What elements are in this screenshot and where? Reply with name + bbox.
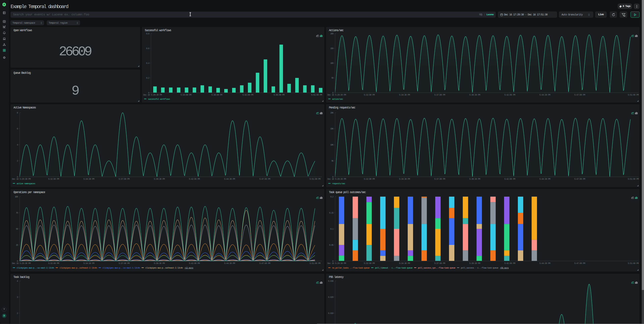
svg-text:0.6: 0.6 [146, 47, 150, 50]
svg-text:75: 75 [16, 212, 18, 214]
svg-text:6: 6 [17, 128, 18, 130]
svg-text:0.05: 0.05 [329, 244, 334, 246]
svg-text:4: 4 [17, 280, 18, 283]
svg-text:5:32:00 PM: 5:32:00 PM [364, 262, 375, 265]
svg-text:+12 more: +12 more [184, 267, 193, 269]
svg-text:poll_timeout · c..-flow-task-q: poll_timeout · c..-flow-task-queue [375, 267, 412, 269]
svg-text:0.038: 0.038 [328, 280, 334, 283]
svg-text:5:39:30 PM: 5:39:30 PM [154, 178, 165, 180]
svg-text:0.4: 0.4 [146, 62, 150, 64]
svg-text:0.2: 0.2 [330, 196, 334, 198]
svg-text:5:44:30 PM: 5:44:30 PM [539, 178, 550, 180]
svg-text:5:42:00 PM: 5:42:00 PM [189, 262, 200, 265]
svg-text:Dec 16 5:29:30 PM: Dec 16 5:29:30 PM [327, 94, 346, 96]
svg-text:5:44:30 PM: 5:44:30 PM [539, 94, 550, 96]
svg-text:5:51:00 PM: 5:51:00 PM [311, 94, 322, 96]
svg-text:8: 8 [17, 112, 18, 114]
svg-text:5:32:00 PM: 5:32:00 PM [48, 178, 59, 180]
svg-text:50: 50 [332, 77, 334, 79]
svg-text:5:32:00 PM: 5:32:00 PM [48, 262, 59, 265]
svg-text:5:37:00 PM: 5:37:00 PM [118, 262, 130, 265]
svg-text:poll_success · c..-flow-task-q: poll_success · c..-flow-task-queue [461, 267, 498, 269]
svg-text:5:37:00 PM: 5:37:00 PM [118, 178, 130, 180]
svg-text:5:42:00 PM: 5:42:00 PM [189, 178, 200, 180]
svg-text:+56 more: +56 more [500, 267, 509, 269]
svg-text:5:51:00 PM: 5:51:00 PM [628, 262, 639, 265]
svg-text:Dec 16 5:29:30 PM: Dec 16 5:29:30 PM [12, 262, 31, 265]
svg-text:0.019: 0.019 [328, 312, 334, 315]
svg-text:active namespaces: active namespaces [16, 182, 36, 185]
svg-text:5:42:00 PM: 5:42:00 PM [504, 262, 515, 265]
svg-text:5:51:00 PM: 5:51:00 PM [310, 178, 321, 180]
svg-text:20K: 20K [330, 112, 334, 114]
svg-text:5:39:30 PM: 5:39:30 PM [469, 262, 480, 265]
svg-text:5:47:00 PM: 5:47:00 PM [259, 178, 270, 180]
svg-text:successful workflows: successful workflows [148, 98, 170, 100]
svg-text:5:44:30 PM: 5:44:30 PM [539, 262, 550, 265]
svg-text:5:38:00 PM: 5:38:00 PM [211, 94, 222, 96]
svg-text:5:34:00 PM: 5:34:00 PM [180, 94, 192, 96]
svg-text:no_poller_tasks ..-flow-task-q: no_poller_tasks ..-flow-task-queue [332, 267, 370, 269]
svg-text:200: 200 [330, 32, 334, 35]
svg-text:5:39:30 PM: 5:39:30 PM [469, 178, 480, 180]
svg-text:5K: 5K [332, 160, 334, 162]
svg-text:2: 2 [17, 160, 18, 162]
svg-text:5:39:30 PM: 5:39:30 PM [469, 94, 480, 96]
svg-text:3: 3 [17, 296, 18, 299]
svg-text:5:32:00 PM: 5:32:00 PM [364, 178, 375, 180]
svg-text:5:37:00 PM: 5:37:00 PM [434, 262, 445, 265]
svg-text:5:47:00 PM: 5:47:00 PM [574, 94, 585, 96]
svg-text:100: 100 [15, 196, 18, 198]
svg-text:5:42:00 PM: 5:42:00 PM [504, 94, 515, 96]
svg-text:0.1: 0.1 [330, 228, 334, 230]
svg-text:50: 50 [16, 228, 18, 230]
svg-text:clickpipes-aws-p..-us-east-2.l: clickpipes-aws-p..-us-east-2.l2c4n [16, 267, 54, 269]
svg-text:5:34:30 PM: 5:34:30 PM [399, 178, 410, 180]
svg-text:requests/sec: requests/sec [332, 182, 345, 185]
svg-text:10K: 10K [330, 144, 334, 146]
svg-text:2: 2 [17, 312, 18, 315]
svg-text:Dec 16 5:29:30 PM: Dec 16 5:29:30 PM [327, 262, 346, 265]
svg-text:poll_success_syn..-flow-task-q: poll_success_syn..-flow-task-queue [418, 267, 456, 269]
svg-text:5:51:00 PM: 5:51:00 PM [628, 178, 639, 180]
svg-text:clickpipes-aws-p..-us-east-1.l: clickpipes-aws-p..-us-east-1.l2c4n [102, 267, 140, 269]
svg-text:5:34:30 PM: 5:34:30 PM [83, 178, 94, 180]
svg-text:5:37:00 PM: 5:37:00 PM [434, 178, 445, 180]
svg-text:5:42:00 PM: 5:42:00 PM [242, 94, 254, 96]
svg-text:5:42:00 PM: 5:42:00 PM [504, 178, 515, 180]
svg-text:5:39:30 PM: 5:39:30 PM [154, 262, 165, 265]
svg-text:5:47:00 PM: 5:47:00 PM [574, 262, 585, 265]
svg-text:0.029: 0.029 [328, 296, 334, 299]
svg-text:150: 150 [330, 47, 334, 50]
svg-text:Dec 16 5:29:30 PM: Dec 16 5:29:30 PM [143, 94, 162, 96]
svg-text:5:34:30 PM: 5:34:30 PM [399, 262, 410, 265]
svg-text:15K: 15K [330, 128, 334, 130]
svg-text:0.15: 0.15 [329, 212, 334, 214]
svg-text:5:32:00 PM: 5:32:00 PM [364, 94, 375, 96]
svg-text:5:37:00 PM: 5:37:00 PM [434, 94, 445, 96]
svg-text:5:44:30 PM: 5:44:30 PM [224, 262, 235, 265]
svg-text:5:34:30 PM: 5:34:30 PM [83, 262, 94, 265]
svg-text:clickpipes-aws-p..outheast-2.l: clickpipes-aws-p..outheast-2.l2c4n [146, 267, 183, 269]
svg-text:clickpipes-aws-p..outheast-2.l: clickpipes-aws-p..outheast-2.l2c4n [60, 267, 97, 269]
svg-text:5:47:00 PM: 5:47:00 PM [259, 262, 270, 265]
svg-text:Dec 16 5:29:30 PM: Dec 16 5:29:30 PM [327, 178, 346, 180]
svg-text:0.2: 0.2 [146, 77, 150, 79]
svg-text:25: 25 [16, 244, 18, 246]
svg-text:5:51:00 PM: 5:51:00 PM [628, 94, 639, 96]
svg-text:4: 4 [17, 144, 18, 146]
svg-text:action/sec: action/sec [332, 98, 343, 100]
svg-text:5:51:00 PM: 5:51:00 PM [310, 262, 321, 265]
svg-text:0.8: 0.8 [146, 32, 150, 35]
svg-text:5:44:30 PM: 5:44:30 PM [224, 178, 235, 180]
svg-text:5:34:30 PM: 5:34:30 PM [399, 94, 410, 96]
svg-text:Dec 16 5:29:30 PM: Dec 16 5:29:30 PM [12, 178, 31, 180]
svg-text:5:46:00 PM: 5:46:00 PM [274, 94, 284, 96]
svg-text:5:47:00 PM: 5:47:00 PM [574, 178, 585, 180]
svg-text:100: 100 [330, 62, 334, 64]
